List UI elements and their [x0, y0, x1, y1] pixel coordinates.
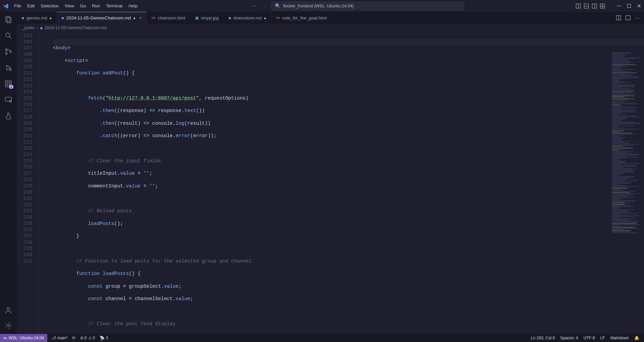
sync-icon[interactable]: ⟳ [72, 336, 75, 340]
svg-point-4 [6, 49, 7, 51]
svg-point-16 [7, 325, 9, 327]
tab-label: vinyyl.jpg [201, 15, 219, 20]
toggle-layout-icon[interactable] [626, 15, 630, 20]
menu-terminal[interactable]: Terminal [103, 2, 125, 10]
indentation[interactable]: Spaces: 4 [560, 336, 578, 340]
vscode-logo-icon [3, 3, 9, 9]
tab-chatroom-html[interactable]: chatroom.html [147, 12, 191, 24]
html-file-icon [276, 15, 280, 20]
command-center[interactable]: 🔍 flocker_frontend [WSL: Ubuntu-24.04] [271, 2, 464, 10]
code-content[interactable]: <body> <script> function addPost() { fet… [53, 32, 644, 334]
menu-bar: File Edit Selection View Go Run Terminal… [11, 2, 140, 10]
layout-right-icon[interactable] [592, 4, 597, 8]
explorer-icon[interactable] [4, 15, 13, 24]
search-icon: 🔍 [275, 3, 280, 8]
markdown-file-icon [61, 15, 64, 20]
tab-label: 2024-11-05-GenresChatroom.md [66, 15, 131, 20]
breadcrumb-folder[interactable]: _posts [22, 25, 35, 30]
window-minimize-icon[interactable] [617, 6, 621, 6]
status-bar: ⇋ WSL: Ubuntu-24.04 ⎇ main* ⟳ ⊘0 ⚠0 📡 3 … [0, 334, 644, 342]
menu-edit[interactable]: Edit [24, 2, 37, 10]
tab-genres-chatroom[interactable]: 2024-11-05-GenresChatroom.md× [57, 12, 147, 24]
remote-label: WSL: Ubuntu-24.04 [9, 336, 44, 340]
breadcrumb-file[interactable]: 2024-11-05-GenresChatroom.md [45, 25, 107, 30]
tab-label: dnerostore.md [233, 15, 262, 20]
remote-explorer-icon[interactable] [4, 96, 13, 104]
nav-back-icon[interactable]: ← [252, 3, 257, 9]
svg-point-15 [7, 307, 10, 310]
tab-dnerostore[interactable]: dnerostore.md [224, 12, 271, 24]
tab-label: genres.md [26, 15, 47, 20]
window-maximize-icon[interactable] [627, 4, 631, 8]
split-editor-icon[interactable] [616, 15, 621, 20]
svg-rect-13 [5, 97, 11, 101]
chevron-right-icon: › [37, 25, 38, 30]
notifications-icon[interactable]: 🔔 [634, 336, 639, 340]
svg-point-8 [9, 69, 11, 71]
menu-help[interactable]: Help [126, 2, 140, 10]
settings-gear-icon[interactable] [4, 321, 13, 330]
activity-bar: 1 [0, 12, 17, 334]
search-activity-icon[interactable] [4, 31, 13, 40]
eol[interactable]: LF [600, 336, 605, 340]
extensions-badge: 1 [9, 85, 13, 89]
cursor-position[interactable]: Ln 283, Col 8 [531, 336, 555, 340]
breadcrumbs[interactable]: _posts › 2024-11-05-GenresChatroom.md [17, 24, 644, 32]
markdown-file-icon [228, 15, 231, 20]
source-control-icon[interactable] [4, 47, 13, 56]
ports-indicator[interactable]: 📡 3 [100, 336, 108, 340]
tab-label: chatroom.html [158, 15, 185, 20]
editor-area: genres.md 2024-11-05-GenresChatroom.md× … [17, 12, 644, 334]
layout-left-icon[interactable] [576, 4, 581, 8]
markdown-file-icon [21, 15, 24, 20]
svg-point-2 [6, 33, 10, 37]
tab-vinyl-jpg[interactable]: vinyyl.jpg [191, 12, 224, 24]
svg-rect-11 [5, 84, 8, 87]
testing-icon[interactable] [4, 112, 13, 120]
menu-run[interactable]: Run [89, 2, 103, 10]
language-mode[interactable]: Markdown [610, 336, 629, 340]
layout-bottom-icon[interactable] [584, 4, 589, 8]
svg-rect-9 [5, 81, 8, 83]
tab-close-icon[interactable]: × [139, 15, 142, 20]
dirty-indicator-icon [264, 15, 266, 20]
menu-view[interactable]: View [62, 2, 77, 10]
window-close-icon[interactable]: ✕ [637, 3, 641, 9]
dirty-indicator-icon [133, 15, 136, 20]
markdown-file-icon [40, 25, 43, 30]
dirty-indicator-icon [49, 15, 52, 20]
html-file-icon [152, 15, 156, 20]
menu-selection[interactable]: Selection [38, 2, 61, 10]
tab-genres[interactable]: genres.md [17, 12, 57, 24]
menu-file[interactable]: File [11, 2, 24, 10]
title-bar: File Edit Selection View Go Run Terminal… [0, 0, 644, 12]
menu-go[interactable]: Go [77, 2, 89, 10]
layout-grid-icon[interactable] [600, 4, 605, 8]
nav-forward-icon[interactable]: → [262, 3, 267, 9]
code-editor[interactable]: 1131561672082092102112122132142152162172… [17, 32, 644, 334]
run-debug-icon[interactable] [4, 63, 13, 72]
extensions-icon[interactable]: 1 [4, 79, 13, 88]
fold-column [36, 32, 53, 334]
svg-rect-10 [9, 81, 11, 83]
tab-vote-goat[interactable]: vote_for_the_goat.html [271, 12, 332, 24]
encoding[interactable]: UTF-8 [584, 336, 595, 340]
problems-indicator[interactable]: ⊘0 ⚠0 [80, 336, 95, 340]
svg-line-3 [9, 37, 11, 39]
line-number-gutter: 1131561672082092102112122132142152162172… [17, 32, 36, 334]
command-center-text: flocker_frontend [WSL: Ubuntu-24.04] [283, 4, 354, 8]
remote-icon: ⇋ [3, 336, 7, 340]
svg-point-5 [6, 53, 7, 55]
accounts-icon[interactable] [4, 306, 13, 315]
svg-marker-7 [7, 65, 11, 70]
remote-indicator[interactable]: ⇋ WSL: Ubuntu-24.04 [0, 334, 47, 342]
image-file-icon [195, 15, 199, 20]
minimap[interactable] [610, 52, 644, 334]
branch-indicator[interactable]: ⎇ main* [51, 336, 67, 340]
editor-tabs: genres.md 2024-11-05-GenresChatroom.md× … [17, 12, 644, 24]
more-actions-icon[interactable]: ⋯ [635, 15, 639, 20]
current-line-highlight [53, 39, 644, 45]
tab-label: vote_for_the_goat.html [282, 15, 327, 20]
